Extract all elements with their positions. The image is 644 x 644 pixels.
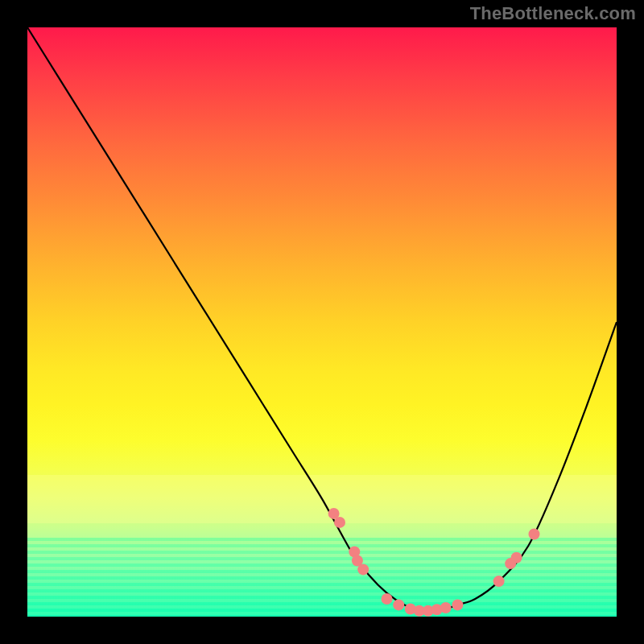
fit-marker: [529, 529, 540, 540]
fit-marker: [393, 599, 404, 610]
chart-frame: TheBottleneck.com: [0, 0, 644, 644]
fit-marker: [511, 552, 522, 564]
fit-marker: [334, 517, 345, 528]
watermark-text: TheBottleneck.com: [470, 3, 636, 24]
bottleneck-curve: [27, 27, 617, 612]
fit-marker: [440, 602, 452, 613]
fit-marker: [357, 564, 369, 575]
chart-svg: [27, 27, 617, 617]
fit-markers: [328, 508, 540, 617]
fit-marker: [382, 593, 393, 605]
fit-marker: [452, 599, 463, 610]
plot-area: [27, 27, 617, 617]
fit-marker: [493, 576, 505, 587]
